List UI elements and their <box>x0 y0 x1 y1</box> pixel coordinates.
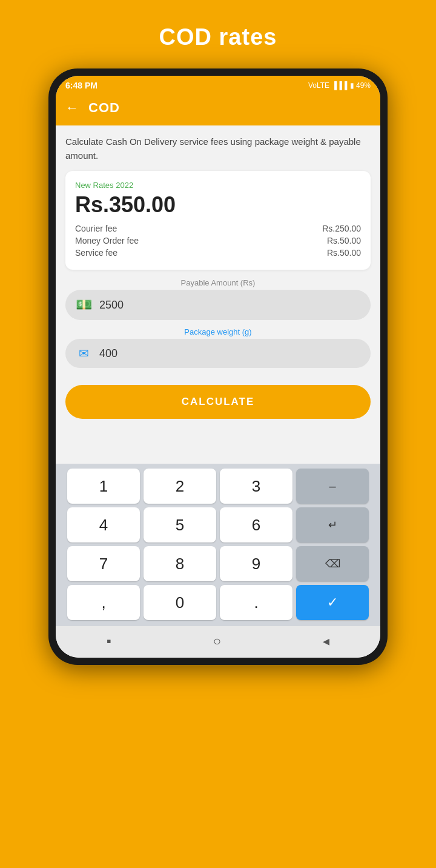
key-0[interactable]: 0 <box>144 585 216 620</box>
key-comma[interactable]: , <box>67 585 140 620</box>
status-icons: VoLTE ▐▐▐ ▮ 49% <box>308 81 371 90</box>
keyboard-row-4: , 0 . ✓ <box>58 585 378 620</box>
phone-screen: 6:48 PM VoLTE ▐▐▐ ▮ 49% ← COD Calculate … <box>56 76 380 658</box>
key-4[interactable]: 4 <box>67 507 140 542</box>
service-fee-value: Rs.50.00 <box>327 248 361 258</box>
payable-amount-value: 2500 <box>99 299 124 312</box>
page-background-title: COD rates <box>159 24 277 50</box>
battery-icon: ▮ 49% <box>350 81 371 90</box>
key-minus[interactable]: – <box>296 469 369 504</box>
fee-row-service: Service fee Rs.50.00 <box>75 248 361 258</box>
key-6[interactable]: 6 <box>220 507 292 542</box>
package-weight-value: 400 <box>99 347 117 360</box>
service-fee-label: Service fee <box>75 248 117 258</box>
back-button[interactable]: ← <box>65 100 79 116</box>
key-backspace[interactable]: ⌫ <box>296 546 369 581</box>
app-bar: ← COD <box>56 94 380 125</box>
fee-row-courier: Courier fee Rs.250.00 <box>75 224 361 233</box>
money-order-fee-value: Rs.50.00 <box>327 236 361 245</box>
key-9[interactable]: 9 <box>220 546 292 581</box>
key-return[interactable]: ↵ <box>296 507 369 542</box>
package-weight-group: Package weight (g) ✉ 400 <box>65 327 371 368</box>
key-5[interactable]: 5 <box>144 507 216 542</box>
key-period[interactable]: . <box>220 585 292 620</box>
keyboard-row-1: 1 2 3 – <box>58 469 378 504</box>
nav-back-icon[interactable]: ◂ <box>323 633 329 649</box>
key-3[interactable]: 3 <box>220 469 292 504</box>
keyboard-row-3: 7 8 9 ⌫ <box>58 546 378 581</box>
courier-fee-label: Courier fee <box>75 224 117 233</box>
key-2[interactable]: 2 <box>144 469 216 504</box>
spacer <box>56 433 380 464</box>
nav-bar: ▪ ○ ◂ <box>56 626 380 658</box>
status-time: 6:48 PM <box>65 81 97 90</box>
network-icon: VoLTE <box>308 81 329 90</box>
status-bar: 6:48 PM VoLTE ▐▐▐ ▮ 49% <box>56 76 380 94</box>
key-done[interactable]: ✓ <box>296 585 369 620</box>
content-area: Calculate Cash On Delivery service fees … <box>56 125 380 433</box>
nav-home-icon[interactable]: ○ <box>213 633 221 649</box>
keyboard-row-2: 4 5 6 ↵ <box>58 507 378 542</box>
money-order-fee-label: Money Order fee <box>75 236 139 245</box>
nav-square-icon[interactable]: ▪ <box>107 633 111 649</box>
app-bar-title: COD <box>88 100 120 116</box>
total-amount: Rs.350.00 <box>75 192 361 218</box>
courier-fee-value: Rs.250.00 <box>322 224 361 233</box>
description-text: Calculate Cash On Delivery service fees … <box>65 135 371 162</box>
key-1[interactable]: 1 <box>67 469 140 504</box>
key-8[interactable]: 8 <box>144 546 216 581</box>
fee-row-money-order: Money Order fee Rs.50.00 <box>75 236 361 245</box>
calculate-button[interactable]: CALCULATE <box>65 385 371 419</box>
payable-amount-field[interactable]: 💵 2500 <box>65 290 371 320</box>
package-weight-label: Package weight (g) <box>65 327 371 336</box>
result-card: New Rates 2022 Rs.350.00 Courier fee Rs.… <box>65 171 371 270</box>
keyboard: 1 2 3 – 4 5 6 ↵ 7 8 9 ⌫ , 0 <box>56 464 380 626</box>
phone-frame: 6:48 PM VoLTE ▐▐▐ ▮ 49% ← COD Calculate … <box>48 68 388 665</box>
mail-icon: ✉ <box>75 346 92 361</box>
payable-amount-group: Payable Amount (Rs) 💵 2500 <box>65 278 371 320</box>
money-icon: 💵 <box>75 297 92 313</box>
signal-icon: ▐▐▐ <box>332 81 348 90</box>
key-7[interactable]: 7 <box>67 546 140 581</box>
payable-amount-label: Payable Amount (Rs) <box>65 278 371 287</box>
package-weight-field[interactable]: ✉ 400 <box>65 339 371 368</box>
new-rates-label: New Rates 2022 <box>75 181 361 190</box>
